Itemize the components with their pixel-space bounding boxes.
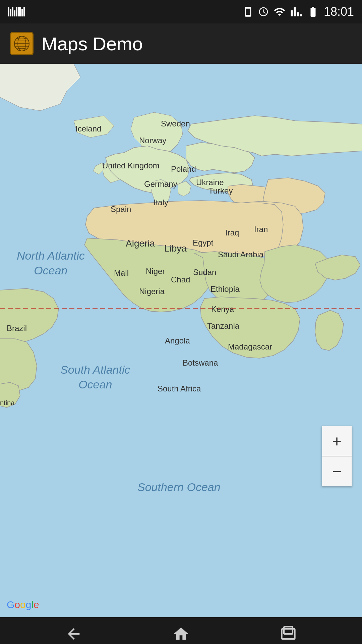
- wifi-icon: [274, 6, 286, 18]
- status-time: 18:01: [324, 5, 354, 19]
- zoom-out-button[interactable]: −: [322, 456, 352, 486]
- phone-icon: [243, 6, 253, 17]
- zoom-in-button[interactable]: +: [322, 426, 352, 456]
- app-icon: [10, 32, 34, 55]
- app-title: Maps Demo: [42, 33, 143, 55]
- battery-icon: [307, 6, 319, 18]
- home-button[interactable]: [164, 624, 198, 644]
- back-button[interactable]: [57, 624, 90, 644]
- svg-rect-8: [284, 627, 293, 634]
- map-container[interactable]: Iceland Sweden Norway United Kingdom Pol…: [0, 64, 362, 617]
- app-bar: Maps Demo: [0, 23, 362, 64]
- zoom-controls: + −: [322, 426, 352, 486]
- status-icons: 18:01: [243, 5, 354, 19]
- google-logo: Google: [7, 599, 39, 610]
- nav-bar: [0, 617, 362, 644]
- status-left: [8, 7, 25, 16]
- barcode-icon: [8, 7, 25, 16]
- clock-icon: [258, 6, 269, 17]
- map-svg: [0, 64, 362, 617]
- status-bar: 18:01: [0, 0, 362, 23]
- recents-button[interactable]: [272, 624, 305, 644]
- signal-icon: [290, 6, 302, 18]
